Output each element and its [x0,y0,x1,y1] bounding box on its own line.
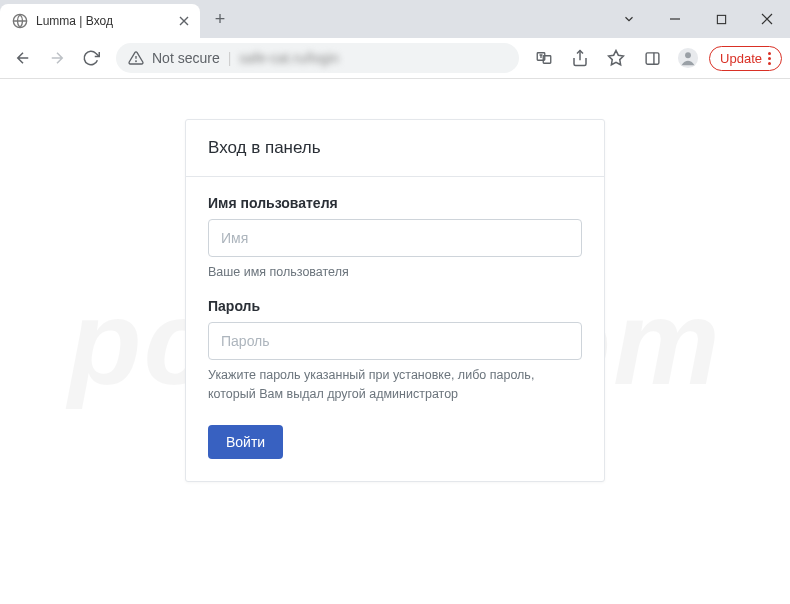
toolbar-right: Update [529,43,782,73]
toolbar: Not secure | safe-cat.ru/login Update [0,38,790,78]
chevron-down-icon[interactable] [606,0,652,38]
svg-rect-1 [717,15,725,23]
star-icon[interactable] [601,43,631,73]
not-secure-label: Not secure [152,50,220,66]
browser-tab[interactable]: Lumma | Вход [0,4,200,38]
username-label: Имя пользователя [208,195,582,211]
update-button[interactable]: Update [709,46,782,71]
forward-button[interactable] [42,43,72,73]
close-window-button[interactable] [744,0,790,38]
close-icon[interactable] [176,13,192,29]
login-card: Вход в панель Имя пользователя Ваше имя … [185,119,605,482]
svg-point-11 [685,52,691,58]
globe-icon [12,13,28,29]
maximize-button[interactable] [698,0,744,38]
svg-point-3 [136,61,137,62]
tab-bar: Lumma | Вход + [0,0,790,38]
address-bar[interactable]: Not secure | safe-cat.ru/login [116,43,519,73]
new-tab-button[interactable]: + [206,5,234,33]
translate-icon[interactable] [529,43,559,73]
password-label: Пароль [208,298,582,314]
password-group: Пароль Укажите пароль указанный при уста… [208,298,582,404]
username-input[interactable] [208,219,582,257]
profile-icon[interactable] [673,43,703,73]
update-label: Update [720,51,762,66]
page-content: pcrisk.com Вход в панель Имя пользовател… [0,79,790,604]
side-panel-icon[interactable] [637,43,667,73]
username-group: Имя пользователя Ваше имя пользователя [208,195,582,282]
svg-marker-7 [609,51,624,65]
reload-button[interactable] [76,43,106,73]
share-icon[interactable] [565,43,595,73]
tab-title: Lumma | Вход [36,14,168,28]
url-text: safe-cat.ru/login [239,50,339,66]
password-help: Укажите пароль указанный при установке, … [208,366,582,404]
svg-rect-8 [646,52,659,63]
password-input[interactable] [208,322,582,360]
browser-chrome: Lumma | Вход + [0,0,790,79]
card-body: Имя пользователя Ваше имя пользователя П… [186,177,604,481]
submit-button[interactable]: Войти [208,425,283,459]
menu-dots-icon [768,52,771,65]
warning-icon [128,50,144,66]
divider: | [228,50,232,66]
minimize-button[interactable] [652,0,698,38]
back-button[interactable] [8,43,38,73]
username-help: Ваше имя пользователя [208,263,582,282]
card-title: Вход в панель [186,120,604,177]
window-controls [606,0,790,38]
